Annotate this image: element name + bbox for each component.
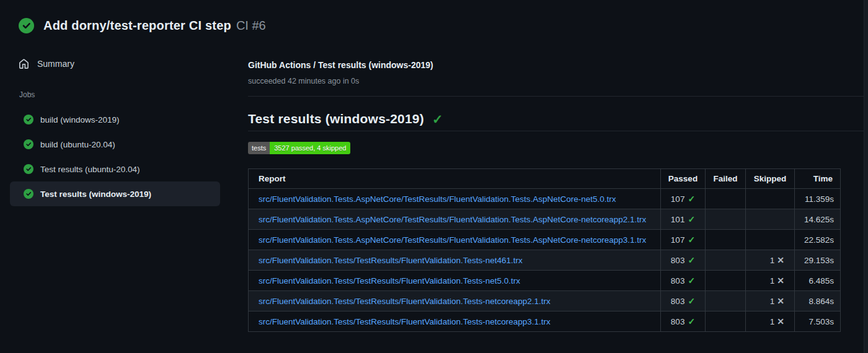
tests-badge: tests 3527 passed, 4 skipped: [248, 142, 350, 154]
report-cell: src/FluentValidation.Tests/TestResults/F…: [249, 271, 661, 291]
skipped-cell: [746, 209, 795, 230]
section-heading: Test results (windows-2019): [248, 111, 424, 126]
table-row: src/FluentValidation.Tests.AspNetCore/Te…: [249, 189, 841, 209]
skipped-cell: 1✕: [746, 271, 795, 291]
report-cell: src/FluentValidation.Tests/TestResults/F…: [249, 291, 661, 312]
skipped-count: 1: [770, 297, 775, 306]
passed-cell: 803✓: [661, 312, 706, 332]
check-circle-icon: [24, 164, 33, 174]
failed-cell: [706, 312, 746, 332]
time-cell: 8.864s: [795, 291, 841, 312]
job-label: build (windows-2019): [40, 115, 120, 124]
section-heading-row: Test results (windows-2019) ✓: [248, 111, 443, 126]
time-cell: 22.582s: [795, 230, 841, 250]
skipped-count: 1: [770, 317, 775, 326]
report-cell: src/FluentValidation.Tests.AspNetCore/Te…: [249, 209, 661, 230]
badge-label: tests: [248, 142, 270, 154]
column-header-skipped: Skipped: [746, 169, 795, 189]
check-icon: ✓: [688, 296, 695, 306]
skipped-cell: 1✕: [746, 250, 795, 271]
check-icon: ✓: [688, 235, 695, 245]
passed-count: 803: [671, 317, 685, 326]
passed-count: 107: [671, 235, 685, 245]
skipped-cell: 1✕: [746, 312, 795, 332]
skipped-cell: [746, 230, 795, 250]
results-table: Report Passed Failed Skipped Time src/Fl…: [248, 168, 841, 332]
sidebar-job-item[interactable]: Test results (ubuntu-20.04): [10, 157, 220, 181]
divider: [248, 96, 864, 97]
job-panel: GitHub Actions / Test results (windows-2…: [248, 0, 864, 353]
report-link[interactable]: src/FluentValidation.Tests.AspNetCore/Te…: [259, 235, 646, 245]
sidebar-job-item[interactable]: build (windows-2019): [10, 107, 220, 132]
column-header-passed: Passed: [661, 169, 706, 189]
jobs-section-label: Jobs: [19, 90, 35, 99]
job-label: build (ubuntu-20.04): [40, 140, 115, 149]
passed-count: 803: [671, 297, 685, 306]
sidebar-job-item[interactable]: build (ubuntu-20.04): [10, 132, 220, 157]
skipped-count: 1: [770, 276, 775, 285]
check-circle-icon: [24, 139, 33, 149]
failed-cell: [706, 291, 746, 312]
results-table-wrap: Report Passed Failed Skipped Time src/Fl…: [248, 168, 841, 332]
sidebar-item-summary[interactable]: Summary: [19, 55, 74, 72]
report-link[interactable]: src/FluentValidation.Tests.AspNetCore/Te…: [259, 215, 646, 224]
report-link[interactable]: src/FluentValidation.Tests/TestResults/F…: [259, 297, 551, 306]
check-icon: ✓: [688, 255, 695, 265]
failed-cell: [706, 271, 746, 291]
badge-value: 3527 passed, 4 skipped: [270, 142, 350, 154]
skipped-cell: 1✕: [746, 291, 795, 312]
job-list: build (windows-2019)build (ubuntu-20.04)…: [10, 107, 220, 206]
report-link[interactable]: src/FluentValidation.Tests/TestResults/F…: [259, 256, 523, 265]
job-status-line: succeeded 42 minutes ago in 0s: [248, 77, 359, 85]
time-cell: 11.359s: [795, 189, 841, 209]
passed-count: 101: [671, 215, 685, 224]
skipped-count: 1: [770, 256, 775, 265]
passed-count: 107: [671, 194, 685, 204]
table-row: src/FluentValidation.Tests.AspNetCore/Te…: [249, 230, 841, 250]
x-icon: ✕: [777, 276, 784, 285]
passed-cell: 803✓: [661, 291, 706, 312]
report-cell: src/FluentValidation.Tests/TestResults/F…: [249, 250, 661, 271]
report-link[interactable]: src/FluentValidation.Tests/TestResults/F…: [259, 276, 520, 285]
skipped-cell: [746, 189, 795, 209]
time-cell: 7.503s: [795, 312, 841, 332]
time-cell: 6.485s: [795, 271, 841, 291]
check-icon: ✓: [688, 194, 695, 204]
failed-cell: [706, 230, 746, 250]
failed-cell: [706, 189, 746, 209]
sidebar: Summary Jobs build (windows-2019)build (…: [0, 0, 236, 353]
time-cell: 29.153s: [795, 250, 841, 271]
passed-cell: 107✓: [661, 230, 706, 250]
summary-label: Summary: [37, 59, 74, 69]
report-cell: src/FluentValidation.Tests/TestResults/F…: [249, 312, 661, 332]
passed-cell: 101✓: [661, 209, 706, 230]
x-icon: ✕: [777, 255, 784, 265]
report-link[interactable]: src/FluentValidation.Tests/TestResults/F…: [259, 317, 551, 326]
passed-cell: 803✓: [661, 271, 706, 291]
failed-cell: [706, 209, 746, 230]
passed-cell: 107✓: [661, 189, 706, 209]
column-header-report: Report: [249, 169, 661, 189]
report-link[interactable]: src/FluentValidation.Tests.AspNetCore/Te…: [259, 194, 616, 204]
column-header-failed: Failed: [706, 169, 746, 189]
passed-count: 803: [671, 256, 685, 265]
x-icon: ✕: [777, 296, 784, 306]
passed-count: 803: [671, 276, 685, 285]
sidebar-job-item[interactable]: Test results (windows-2019): [10, 181, 220, 206]
x-icon: ✕: [777, 316, 784, 326]
table-row: src/FluentValidation.Tests/TestResults/F…: [249, 271, 841, 291]
home-icon: [19, 59, 29, 69]
check-icon: ✓: [688, 214, 695, 224]
divider: [248, 131, 864, 131]
check-icon: ✓: [688, 316, 695, 326]
column-header-time: Time: [795, 169, 841, 189]
table-row: src/FluentValidation.Tests/TestResults/F…: [249, 250, 841, 271]
report-cell: src/FluentValidation.Tests.AspNetCore/Te…: [249, 230, 661, 250]
time-cell: 14.625s: [795, 209, 841, 230]
vertical-scrollbar[interactable]: [864, 0, 868, 353]
report-cell: src/FluentValidation.Tests.AspNetCore/Te…: [249, 189, 661, 209]
job-label: Test results (ubuntu-20.04): [40, 165, 140, 174]
job-label: Test results (windows-2019): [40, 190, 151, 199]
table-row: src/FluentValidation.Tests/TestResults/F…: [249, 291, 841, 312]
check-icon: ✓: [432, 113, 443, 126]
